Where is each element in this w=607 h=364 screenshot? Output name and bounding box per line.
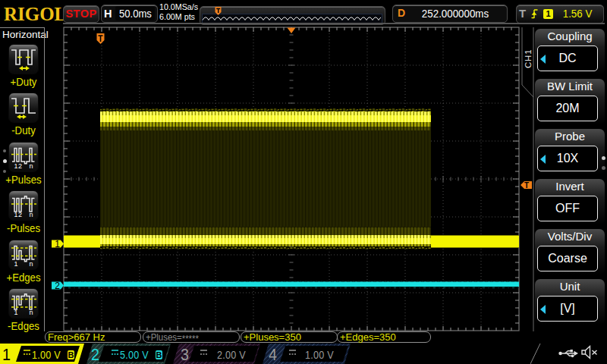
svg-text:n: n xyxy=(29,260,33,268)
svg-text:1: 1 xyxy=(55,239,60,249)
svg-text:1: 1 xyxy=(14,309,17,316)
svg-text:2: 2 xyxy=(18,211,22,218)
svg-text:1: 1 xyxy=(14,260,17,268)
svg-text:2: 2 xyxy=(18,162,22,170)
svg-text:n: n xyxy=(29,162,33,170)
svg-text:2: 2 xyxy=(55,281,60,291)
svg-text:1: 1 xyxy=(14,211,17,218)
svg-text:n: n xyxy=(29,211,33,218)
svg-text:1: 1 xyxy=(14,162,17,170)
svg-text:n: n xyxy=(29,309,33,316)
